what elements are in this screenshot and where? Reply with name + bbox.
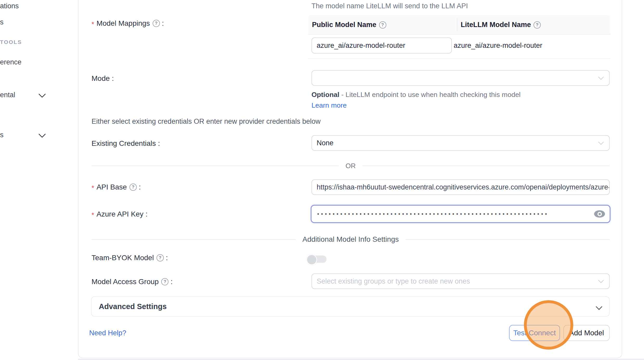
sidebar-item-label: erence <box>0 58 22 66</box>
chevron-down-icon[interactable] <box>38 130 46 138</box>
sidebar-section-tools: TOOLS <box>0 39 22 45</box>
required-asterisk: * <box>92 20 94 28</box>
model-mappings-label-text: Model Mappings <box>96 19 150 28</box>
sidebar-item-label: ental <box>0 91 15 99</box>
required-asterisk: * <box>92 211 94 219</box>
mode-help-body: - LiteLLM endpoint to use when health ch… <box>339 91 521 99</box>
api-base-label: * API Base ? : <box>92 183 141 191</box>
divider-line <box>362 166 610 166</box>
mode-help-text: Optional - LiteLLM endpoint to use when … <box>311 89 529 111</box>
help-circle-icon[interactable]: ? <box>157 254 164 261</box>
advanced-settings-panel[interactable]: Advanced Settings <box>91 296 610 317</box>
label-colon: : <box>158 139 160 148</box>
chevron-down-icon[interactable] <box>38 90 46 98</box>
label-colon: : <box>162 19 164 28</box>
sidebar-item[interactable]: ental <box>0 91 15 99</box>
label-colon: : <box>139 183 141 191</box>
label-colon: : <box>166 254 168 262</box>
public-model-name-value: azure_ai/azure-model-router <box>312 42 405 50</box>
column-divider <box>457 18 457 31</box>
required-asterisk: * <box>92 184 94 192</box>
column-header-text: LiteLLM Model Name <box>461 21 531 29</box>
mode-help-bold: Optional <box>311 91 339 99</box>
help-circle-icon[interactable]: ? <box>129 184 137 191</box>
existing-credentials-select[interactable]: None <box>311 135 610 151</box>
chevron-down-icon <box>598 278 604 283</box>
divider-line <box>92 166 339 166</box>
model-access-group-label-text: Model Access Group <box>92 278 159 286</box>
sidebar-item[interactable]: s <box>0 18 4 26</box>
azure-api-key-label: * Azure API Key : <box>92 210 147 218</box>
info-settings-divider-text: Additional Model Info Settings <box>302 235 399 244</box>
sidebar-item[interactable]: ations <box>0 2 19 10</box>
team-byok-label-text: Team-BYOK Model <box>92 254 154 262</box>
model-mappings-label: * Model Mappings ? : <box>92 19 164 28</box>
sidebar-item-label: ations <box>0 2 19 10</box>
test-connect-button[interactable]: Test Connect <box>509 325 560 341</box>
api-base-label-text: API Base <box>96 183 127 191</box>
chevron-down-icon <box>598 74 604 80</box>
mode-label-text: Mode <box>92 74 110 83</box>
litellm-model-name-value: azure_ai/azure-model-router <box>454 35 542 56</box>
label-colon: : <box>146 210 148 218</box>
mode-select[interactable] <box>311 70 610 86</box>
help-circle-icon[interactable]: ? <box>153 20 160 27</box>
sidebar-item[interactable]: erence <box>0 58 22 66</box>
label-colon: : <box>171 278 173 286</box>
info-settings-divider: Additional Model Info Settings <box>92 235 610 244</box>
or-divider: OR <box>92 162 610 169</box>
column-header-litellm-model-name: LiteLLM Model Name ? <box>461 15 541 35</box>
azure-api-key-label-text: Azure API Key <box>96 210 144 218</box>
help-circle-icon[interactable]: ? <box>379 21 386 29</box>
sidebar-item-label: s <box>0 131 4 139</box>
password-mask-dots: ••••••••••••••••••••••••••••••••••••••••… <box>311 211 594 217</box>
model-name-note: The model name LiteLLM will send to the … <box>311 2 468 10</box>
sidebar-section-label: TOOLS <box>0 39 22 45</box>
eye-icon[interactable] <box>594 210 605 218</box>
help-circle-icon[interactable]: ? <box>161 278 168 285</box>
model-mappings-table-header: Public Model Name ? LiteLLM Model Name ? <box>308 15 610 35</box>
label-colon: : <box>112 74 114 83</box>
need-help-link[interactable]: Need Help? <box>89 329 126 337</box>
existing-credentials-label: Existing Credentials : <box>92 139 160 148</box>
chevron-down-icon <box>596 303 602 310</box>
team-byok-toggle[interactable] <box>307 255 327 263</box>
model-access-group-label: Model Access Group ? : <box>92 278 173 286</box>
advanced-settings-title: Advanced Settings <box>99 302 167 311</box>
learn-more-link[interactable]: Learn more <box>311 101 347 109</box>
existing-credentials-value: None <box>312 139 334 147</box>
mode-label: Mode : <box>92 74 114 83</box>
sidebar-item[interactable]: s <box>0 131 4 139</box>
column-header-public-model-name: Public Model Name ? <box>312 15 386 35</box>
credentials-note: Either select existing credentials OR en… <box>92 117 321 126</box>
divider-line <box>92 239 296 240</box>
api-base-value: https://ishaa-mh6uutut-swedencentral.cog… <box>312 183 609 191</box>
azure-api-key-input[interactable]: ••••••••••••••••••••••••••••••••••••••••… <box>311 205 610 223</box>
team-byok-label: Team-BYOK Model ? : <box>92 254 168 262</box>
model-mappings-table-row: azure_ai/azure-model-router azure_ai/azu… <box>308 35 610 59</box>
api-base-input[interactable]: https://ishaa-mh6uutut-swedencentral.cog… <box>311 179 610 195</box>
divider-line <box>406 239 610 240</box>
chevron-down-icon <box>598 139 604 145</box>
public-model-name-input[interactable]: azure_ai/azure-model-router <box>311 37 452 54</box>
sidebar-item-label: s <box>0 18 4 26</box>
existing-credentials-label-text: Existing Credentials <box>92 139 156 148</box>
model-access-group-placeholder: Select existing groups or type to create… <box>312 277 470 285</box>
toggle-knob <box>306 254 317 265</box>
model-access-group-select[interactable]: Select existing groups or type to create… <box>311 273 610 289</box>
add-model-button[interactable]: Add Model <box>563 325 610 341</box>
or-divider-text: OR <box>346 162 356 170</box>
help-circle-icon[interactable]: ? <box>534 21 541 29</box>
page-background-strip <box>78 359 644 360</box>
column-header-text: Public Model Name <box>312 21 376 29</box>
